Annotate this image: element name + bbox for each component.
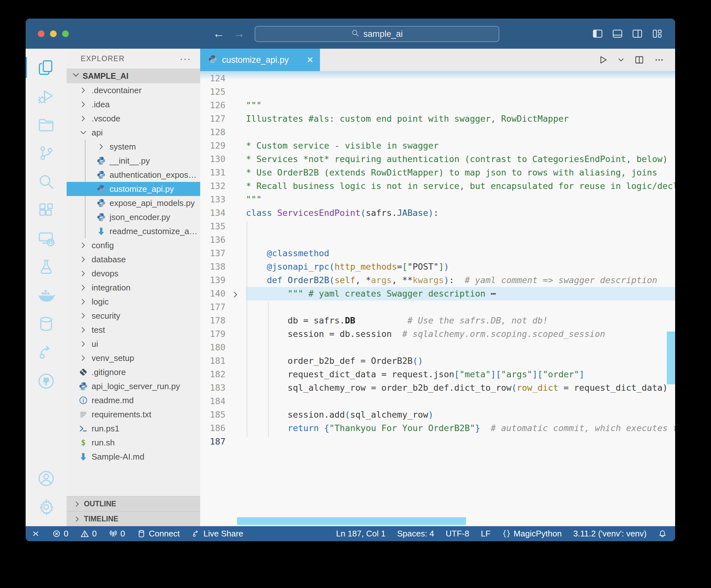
code-line-180[interactable]: 180 (200, 341, 675, 354)
code-line-137[interactable]: 137 @classmethod (200, 246, 675, 260)
tree-item-ui[interactable]: ui (67, 337, 200, 351)
tree-item-integration[interactable]: integration (67, 281, 200, 295)
split-editor-icon[interactable] (634, 55, 644, 65)
tree-item-security[interactable]: security (67, 309, 200, 323)
code-line-135[interactable]: 135 (200, 220, 675, 233)
code-line-181[interactable]: 181 order_b2b_def = OrderB2B() (200, 354, 675, 368)
activity-search-icon[interactable] (26, 167, 67, 196)
tree-item-gitignore[interactable]: .gitignore (67, 365, 200, 379)
layout-panel-icon[interactable] (612, 28, 623, 39)
activity-live-share-icon[interactable] (26, 338, 67, 367)
tree-item-readme-md[interactable]: readme.md (67, 393, 200, 407)
tree-item-api[interactable]: api (67, 126, 200, 139)
section-timeline[interactable]: TIMELINE (67, 511, 200, 526)
code-line-130[interactable]: 130* Services *not* requiring authentica… (200, 152, 675, 166)
tree-item-authentication-expose[interactable]: authentication_expose_... (67, 168, 200, 182)
status-errors-count[interactable]: 0 (52, 529, 68, 539)
tree-item-vscode[interactable]: .vscode (67, 111, 200, 126)
workspace-root-folder[interactable]: SAMPLE_AI (67, 68, 200, 83)
vertical-scrollbar[interactable] (667, 331, 675, 384)
activity-docker-icon[interactable] (26, 281, 67, 310)
activity-settings-icon[interactable] (26, 493, 67, 521)
navigate-forward-icon[interactable]: → (234, 27, 245, 40)
code-line-132[interactable]: 132* Recall business logic is not in ser… (200, 179, 675, 193)
tree-item-run-ps1[interactable]: run.ps1 (67, 421, 200, 436)
status-warnings-count[interactable]: 0 (80, 529, 96, 539)
code-line-138[interactable]: 138 @jsonapi_rpc(http_methods=["POST"]) (200, 260, 675, 274)
tree-item-database[interactable]: database (67, 253, 200, 266)
more-actions-icon[interactable] (654, 55, 664, 65)
status-sqltools-connect[interactable]: Connect (137, 529, 180, 539)
activity-project-manager-icon[interactable] (26, 110, 67, 139)
code-line-182[interactable]: 182 request_dict_data = request.json["me… (200, 368, 675, 381)
folded-code-ellipsis[interactable]: ⋯ (486, 288, 496, 299)
zoom-window-button[interactable] (62, 30, 69, 37)
fold-chevron-icon[interactable] (231, 289, 240, 298)
section-outline[interactable]: OUTLINE (67, 496, 200, 511)
activity-run-and-debug-icon[interactable] (26, 82, 67, 110)
code-line-178[interactable]: 178 db = safrs.DB # Use the safrs.DB, no… (200, 314, 675, 327)
code-line-127[interactable]: 127Illustrates #als: custom end point wi… (200, 112, 675, 126)
status-python-interpreter[interactable]: 3.11.2 ('venv': venv) (573, 529, 647, 539)
code-line-134[interactable]: 134class ServicesEndPoint(safrs.JABase): (200, 206, 675, 220)
tree-item-readme-customize-api[interactable]: readme_customize_api.... (67, 224, 200, 238)
status-encoding[interactable]: UTF-8 (446, 529, 470, 539)
activity-database-icon[interactable] (26, 310, 67, 338)
tree-item-customize-api-py[interactable]: customize_api.py (67, 182, 200, 196)
activity-source-control-icon[interactable] (26, 139, 67, 167)
code-line-139[interactable]: 139 def OrderB2B(self, *args, **kwargs):… (200, 274, 675, 287)
code-line-140[interactable]: 140 """ # yaml creates Swagger descripti… (200, 287, 675, 300)
minimize-window-button[interactable] (50, 30, 57, 37)
activity-testing-icon[interactable] (26, 253, 67, 281)
code-line-179[interactable]: 179 session = db.session # sqlalchemy.or… (200, 327, 675, 341)
status-ports-count[interactable]: 0 (109, 529, 125, 539)
tree-item-devops[interactable]: devops (67, 266, 200, 281)
tree-item-init-py[interactable]: __init__.py (67, 154, 200, 168)
code-line-136[interactable]: 136 (200, 233, 675, 246)
activity-github-icon[interactable] (26, 367, 67, 395)
code-line-186[interactable]: 186 return {"Thankyou For Your OrderB2B"… (200, 421, 675, 435)
tree-item-venv-setup[interactable]: venv_setup (67, 351, 200, 365)
status-language-mode[interactable]: MagicPython (502, 529, 562, 539)
code-line-185[interactable]: 185 session.add(sql_alchemy_row) (200, 408, 675, 421)
tree-item-test[interactable]: test (67, 323, 200, 337)
code-line-131[interactable]: 131* Use OrderB2B (extends RowDictMapper… (200, 166, 675, 179)
close-window-button[interactable] (38, 30, 44, 37)
run-button[interactable] (598, 55, 608, 65)
activity-accounts-icon[interactable] (26, 464, 67, 493)
layout-sidebar-right-icon[interactable] (631, 28, 643, 39)
tree-item-json-encoder-py[interactable]: json_encoder.py (67, 210, 200, 224)
code-line-126[interactable]: 126""" (200, 99, 675, 112)
tree-item-devcontainer[interactable]: .devcontainer (67, 83, 200, 97)
code-line-133[interactable]: 133""" (200, 193, 675, 206)
status-indentation[interactable]: Spaces: 4 (397, 529, 434, 539)
code-line-177[interactable]: 177 (200, 300, 675, 314)
status-remote-indicator[interactable] (31, 529, 40, 538)
code-line-184[interactable]: 184 (200, 395, 675, 408)
navigate-back-icon[interactable]: ← (213, 27, 224, 40)
tree-item-api-logic-server-run-py[interactable]: api_logic_server_run.py (67, 379, 200, 393)
code-line-124[interactable]: 124 (200, 72, 675, 85)
horizontal-scrollbar[interactable] (237, 517, 466, 525)
status-cursor-position[interactable]: Ln 187, Col 1 (336, 529, 386, 539)
tree-item-logic[interactable]: logic (67, 295, 200, 309)
customize-layout-icon[interactable] (651, 28, 663, 39)
activity-explorer-icon[interactable] (26, 53, 67, 82)
tree-item-sample-ai-md[interactable]: Sample-AI.md (67, 450, 200, 464)
tree-item-system[interactable]: system (67, 139, 200, 154)
status-notifications-bell[interactable] (658, 529, 667, 538)
tree-item-config[interactable]: config (67, 238, 200, 253)
tree-item-idea[interactable]: .idea (67, 97, 200, 111)
layout-sidebar-left-icon[interactable] (592, 28, 603, 39)
activity-remote-explorer-icon[interactable] (26, 224, 67, 253)
activity-extensions-icon[interactable] (26, 196, 67, 224)
status-eol-sequence[interactable]: LF (481, 529, 490, 539)
tree-item-expose-api-models-py[interactable]: expose_api_models.py (67, 196, 200, 210)
tree-item-run-sh[interactable]: $run.sh (67, 436, 200, 450)
code-line-125[interactable]: 125 (200, 85, 675, 99)
command-center-search[interactable]: sample_ai (255, 26, 499, 42)
tab-customize-api[interactable]: customize_api.py ✕ (200, 49, 320, 71)
code-line-128[interactable]: 128 (200, 126, 675, 139)
code-line-129[interactable]: 129* Custom service - visible in swagger (200, 139, 675, 152)
code-line-187[interactable]: 187 (200, 435, 675, 449)
